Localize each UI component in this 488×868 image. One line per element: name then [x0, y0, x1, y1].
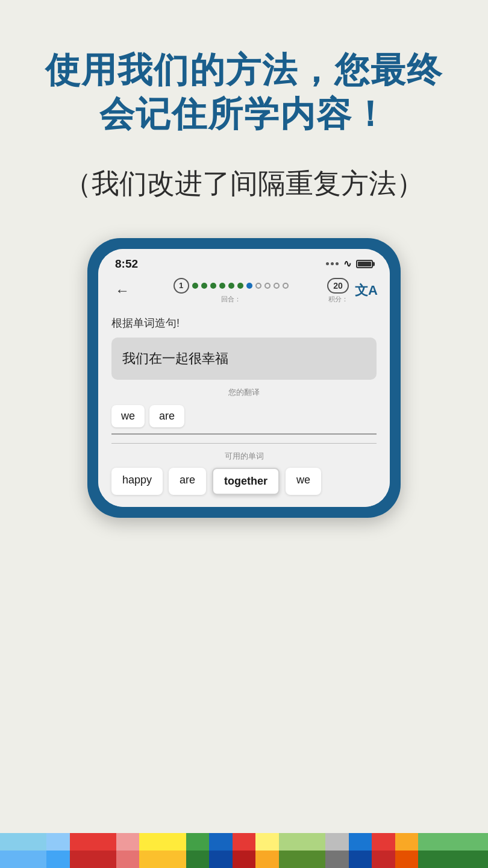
phone-mockup: 8:52 ∿ ← 1 [87, 238, 401, 518]
available-label: 可用的单词 [111, 451, 377, 462]
battery-icon [356, 260, 373, 268]
status-bar: 8:52 ∿ [98, 249, 390, 274]
dot-1 [192, 283, 198, 289]
word-choices-row: happy are together we [111, 468, 377, 495]
color-segment [325, 833, 349, 868]
progress-area: 1 回合： [140, 278, 321, 304]
color-segment [116, 833, 140, 868]
instruction-text: 根据单词造句! [111, 316, 377, 330]
lang-icon[interactable]: 文A [355, 281, 378, 300]
word-chip-we[interactable]: we [286, 468, 321, 495]
dot-11 [283, 283, 289, 289]
color-segment [372, 833, 395, 868]
color-segment [279, 833, 325, 868]
status-time: 8:52 [115, 257, 138, 271]
spacer-line [111, 443, 377, 444]
color-segment [255, 833, 279, 868]
color-segment [418, 833, 488, 868]
headline: 使用我们的方法，您最终会记住所学内容！ [0, 48, 488, 136]
status-icons: ∿ [326, 258, 373, 269]
dot-5 [228, 283, 234, 289]
word-chip-happy[interactable]: happy [111, 468, 163, 495]
phone-screen: 8:52 ∿ ← 1 [98, 249, 390, 507]
word-chip-are[interactable]: are [169, 468, 206, 495]
color-segment [233, 833, 256, 868]
selected-words-row[interactable]: we are [111, 403, 377, 432]
dot-2 [201, 283, 207, 289]
color-segment [70, 833, 116, 868]
color-segment [186, 833, 210, 868]
signal-icon [326, 262, 339, 265]
score-area: 20 积分： [327, 278, 349, 304]
app-content: 根据单词造句! 我们在一起很幸福 您的翻译 we are 可用的单词 happy… [98, 304, 390, 507]
back-button[interactable]: ← [110, 280, 134, 301]
wifi-icon: ∿ [343, 258, 351, 269]
dot-4 [219, 283, 225, 289]
score-label: 积分： [328, 295, 348, 304]
dot-8 [255, 283, 261, 289]
translation-label: 您的翻译 [111, 387, 377, 398]
nav-bar: ← 1 [98, 274, 390, 304]
nav-labels: 回合： [221, 295, 241, 304]
selected-word-we[interactable]: we [111, 405, 145, 427]
dot-6 [237, 283, 243, 289]
score-badge: 20 [327, 278, 349, 294]
dot-7 [246, 283, 252, 289]
dot-10 [274, 283, 280, 289]
color-segment [0, 833, 46, 868]
round-label: 回合： [221, 295, 241, 304]
progress-dots: 1 [174, 278, 289, 294]
round-badge: 1 [174, 278, 189, 294]
main-content: 使用我们的方法，您最终会记住所学内容！ （我们改进了间隔重复方法） 8:52 ∿ [0, 0, 488, 868]
sentence-box: 我们在一起很幸福 [111, 338, 377, 380]
subtitle: （我们改进了间隔重复方法） [16, 166, 472, 202]
color-segment [46, 833, 70, 868]
dot-3 [210, 283, 216, 289]
color-segment [395, 833, 419, 868]
color-segment [209, 833, 233, 868]
dot-9 [264, 283, 271, 289]
color-segment [139, 833, 186, 868]
color-segment [349, 833, 372, 868]
word-chip-together[interactable]: together [212, 468, 280, 495]
selected-word-are[interactable]: are [149, 405, 184, 427]
color-bar [0, 833, 488, 868]
answer-underline [111, 433, 377, 435]
